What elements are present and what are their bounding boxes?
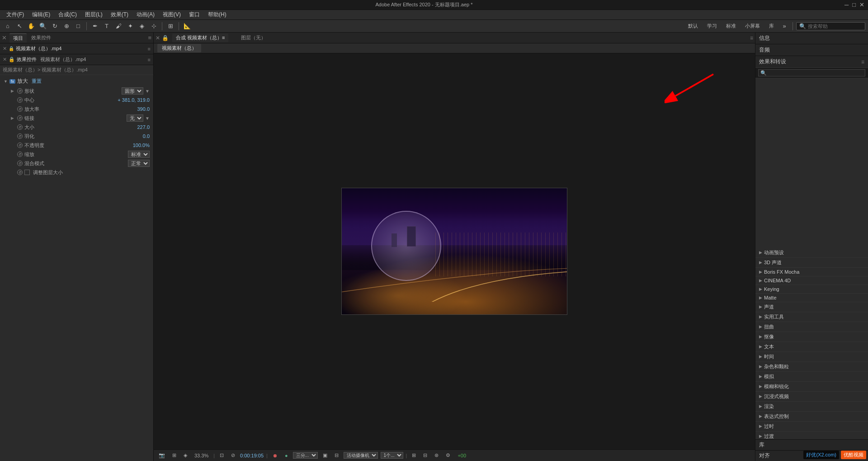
effect-controls-lock[interactable]: 🔒 [9, 57, 15, 62]
search-bar[interactable]: 🔍 [796, 22, 865, 30]
prop-value-mag[interactable]: 390.0 [137, 106, 150, 112]
zoom-tool[interactable]: 🔍 [38, 21, 48, 31]
prop-select-scale[interactable]: 标准 [128, 151, 150, 158]
transparency-btn[interactable]: ⊘ [229, 452, 237, 459]
prop-expand-link[interactable]: ▼ [145, 116, 150, 121]
pen-tool[interactable]: ✒ [90, 21, 100, 31]
footage-subtab[interactable]: 视频素材（总） [157, 44, 201, 52]
effect-category-item[interactable]: ▶Matte [755, 294, 868, 302]
stopwatch-blend[interactable]: ⏱ [17, 161, 23, 166]
zoom-select-btn[interactable]: 33.3% [192, 452, 211, 459]
effect-category-item[interactable]: ▶文本 [755, 342, 868, 352]
prop-value-center[interactable]: + 381.0, 319.0 [118, 97, 150, 103]
prop-checkbox-resize[interactable] [24, 170, 30, 175]
color-btn[interactable]: ● [283, 452, 290, 459]
menu-item-[interactable]: 窗口 [185, 10, 203, 19]
left-panel-close[interactable]: ✕ [2, 34, 7, 41]
stopwatch-feather[interactable]: ⏱ [17, 133, 23, 139]
prop-value-opacity[interactable]: 100.0% [133, 143, 150, 148]
library-section[interactable]: 库 [755, 439, 868, 450]
audio-section[interactable]: 音频 [755, 44, 868, 56]
stopwatch-center[interactable]: ⏱ [17, 97, 23, 103]
effect-category-item[interactable]: ▶模糊和锐化 [755, 382, 868, 391]
effect-category-item[interactable]: ▶过渡 [755, 432, 868, 440]
effect-category-item[interactable]: ▶渲染 [755, 402, 868, 411]
effects-menu[interactable]: ≡ [861, 59, 864, 65]
effects-search-bar[interactable] [755, 68, 868, 78]
search-input[interactable] [808, 24, 862, 29]
hand-tool[interactable]: ✋ [26, 21, 36, 31]
select-tool[interactable]: ↖ [14, 21, 24, 31]
effect-category-item[interactable]: ▶表达式控制 [755, 412, 868, 421]
footage-lock[interactable]: 🔒 [9, 46, 14, 51]
comp-close[interactable]: ✕ [156, 35, 160, 41]
effect-category-item[interactable]: ▶抠像 [755, 332, 868, 342]
record-btn[interactable]: ⏺ [270, 452, 280, 459]
menu-item-a[interactable]: 动画(A) [133, 10, 158, 19]
snapping-tool[interactable]: ⊞ [165, 21, 175, 31]
workspace-default[interactable]: 默认 [684, 22, 702, 30]
effects-controls-tab[interactable]: 效果控件 [28, 33, 55, 42]
camera-select[interactable]: 活动摄像机 [344, 452, 378, 459]
minimize-button[interactable]: ─ [844, 1, 849, 8]
region-btn[interactable]: ▣ [321, 452, 330, 459]
stopwatch-shape[interactable]: ⏱ [17, 88, 23, 94]
workspace-small[interactable]: 小屏幕 [741, 22, 764, 30]
transform-header[interactable]: ▼ fx 放大 重置 [0, 76, 153, 86]
workspace-learn[interactable]: 学习 [703, 22, 721, 30]
effect-category-item[interactable]: ▶声道 [755, 302, 868, 312]
effect-category-item[interactable]: ▶Boris FX Mocha [755, 268, 868, 276]
stopwatch-resize[interactable]: ⏱ [17, 170, 23, 175]
menu-item-e[interactable]: 编辑(E) [28, 10, 54, 19]
comp-menu-icon[interactable]: ≡ [750, 35, 753, 41]
effect-category-item[interactable]: ▶动画预设 [755, 248, 868, 257]
window-controls[interactable]: ─ □ ✕ [844, 1, 864, 8]
views-select[interactable]: 1个... [381, 452, 403, 459]
grid-btn[interactable]: ⊞ [170, 452, 179, 459]
project-tab[interactable]: 项目 [9, 33, 27, 43]
quality-select[interactable]: 三分... [293, 452, 318, 459]
eraser-tool[interactable]: ◈ [137, 21, 147, 31]
effect-category-item[interactable]: ▶沉浸式视频 [755, 392, 868, 401]
effect-category-item[interactable]: ▶模拟 [755, 372, 868, 381]
3d-tool[interactable]: 📐 [182, 21, 192, 31]
workspace-more[interactable]: » [779, 21, 789, 31]
aspect-btn[interactable]: ⊡ [217, 452, 226, 459]
effects-search-input[interactable] [758, 69, 865, 76]
text-tool[interactable]: T [102, 21, 112, 31]
menu-item-f[interactable]: 文件(F) [3, 10, 28, 19]
prop-value-feather[interactable]: 0.0 [143, 133, 150, 139]
stopwatch-link[interactable]: ⏱ [17, 115, 23, 121]
overlay-btn[interactable]: ◈ [181, 452, 189, 459]
plus-indicator[interactable]: +00 [455, 452, 468, 459]
panel-menu-icon[interactable]: ≡ [148, 34, 151, 41]
current-time[interactable]: 0:00:19:05 [240, 453, 264, 458]
anchor-tool[interactable]: ⊕ [61, 21, 71, 31]
footage-close[interactable]: ✕ [3, 46, 7, 52]
stopwatch-scale[interactable]: ⏱ [17, 152, 23, 157]
settings-btn[interactable]: ⚙ [443, 452, 453, 459]
puppet-tool[interactable]: ⊹ [149, 21, 159, 31]
workspace-library[interactable]: 库 [765, 22, 778, 30]
info-section[interactable]: 信息 [755, 33, 868, 44]
comp-main-tab[interactable]: 合成 视频素材（总）≡ [172, 33, 228, 42]
rotate-tool[interactable]: ↻ [50, 21, 60, 31]
prop-select-blend[interactable]: 正常 [128, 160, 150, 167]
prop-select-shape[interactable]: 圆形 [122, 87, 143, 95]
comp-lock[interactable]: 🔒 [162, 35, 169, 41]
stopwatch-opacity[interactable]: ⏱ [17, 143, 23, 148]
effect-category-item[interactable]: ▶实用工具 [755, 312, 868, 322]
prop-select-link[interactable]: 无 [127, 114, 143, 122]
restore-button[interactable]: □ [852, 1, 856, 8]
snapshot-btn[interactable]: 📷 [156, 452, 167, 459]
prop-expand-shape[interactable]: ▼ [145, 89, 150, 94]
clone-tool[interactable]: ✦ [125, 21, 135, 31]
effect-category-item[interactable]: ▶时间 [755, 352, 868, 361]
prop-value-size[interactable]: 227.0 [137, 124, 150, 130]
menu-item-t[interactable]: 效果(T) [107, 10, 132, 19]
reset-btn[interactable]: ⊟ [421, 452, 429, 459]
effect-category-item[interactable]: ▶CINEMA 4D [755, 276, 868, 285]
transform-reset[interactable]: 重置 [32, 78, 42, 85]
home-tool[interactable]: ⌂ [3, 21, 13, 31]
stopwatch-mag[interactable]: ⏱ [17, 106, 23, 112]
